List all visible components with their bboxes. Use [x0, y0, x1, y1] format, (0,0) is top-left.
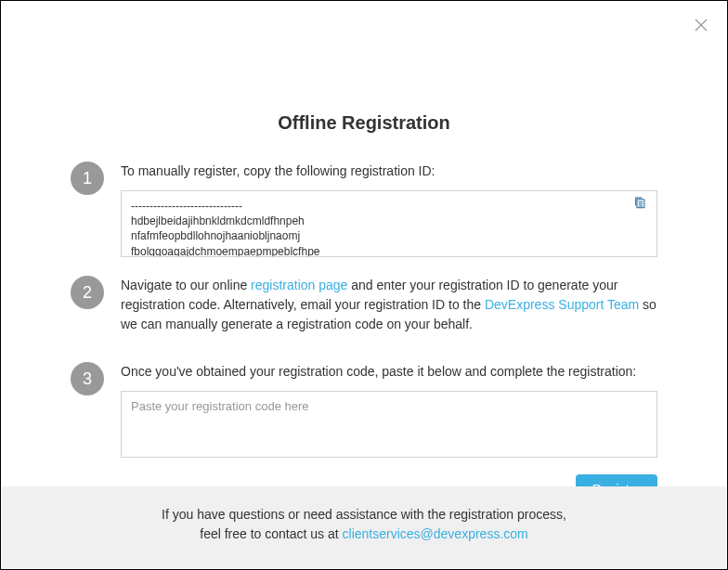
step-2-body: Navigate to our online registration page… [121, 276, 657, 343]
footer-line1: If you have questions or need assistance… [2, 505, 726, 525]
support-team-link[interactable]: DevExpress Support Team [485, 297, 639, 312]
step-number-1: 1 [71, 162, 104, 195]
registration-code-input[interactable] [121, 391, 657, 458]
step-3: 3 Once you've obtained your registration… [71, 362, 657, 504]
step-number-3: 3 [71, 362, 104, 395]
footer-line2: feel free to contact us at clientservice… [2, 525, 726, 544]
registration-page-link[interactable]: registration page [251, 278, 347, 292]
registration-id-box[interactable]: ------------------------------ hdbejlbei… [121, 190, 657, 257]
contact-email-link[interactable]: clientservices@devexpress.com [343, 526, 528, 541]
page-title: Offline Registration [71, 112, 657, 134]
step-2: 2 Navigate to our online registration pa… [71, 276, 657, 343]
copy-icon[interactable] [633, 196, 646, 209]
step-number-2: 2 [71, 276, 104, 309]
step-2-pre: Navigate to our online [121, 278, 251, 292]
step-1-body: To manually register, copy the following… [121, 162, 657, 257]
step-3-text: Once you've obtained your registration c… [121, 362, 657, 382]
step-1: 1 To manually register, copy the followi… [71, 162, 657, 257]
footer: If you have questions or need assistance… [2, 486, 726, 568]
registration-id-wrapper: ------------------------------ hdbejlbei… [121, 190, 657, 257]
footer-line2-pre: feel free to contact us at [200, 526, 342, 541]
step-2-text: Navigate to our online registration page… [121, 276, 657, 334]
step-3-body: Once you've obtained your registration c… [121, 362, 657, 504]
main-content: Offline Registration 1 To manually regis… [1, 1, 727, 504]
step-1-text: To manually register, copy the following… [121, 162, 657, 181]
close-icon[interactable] [694, 18, 708, 32]
